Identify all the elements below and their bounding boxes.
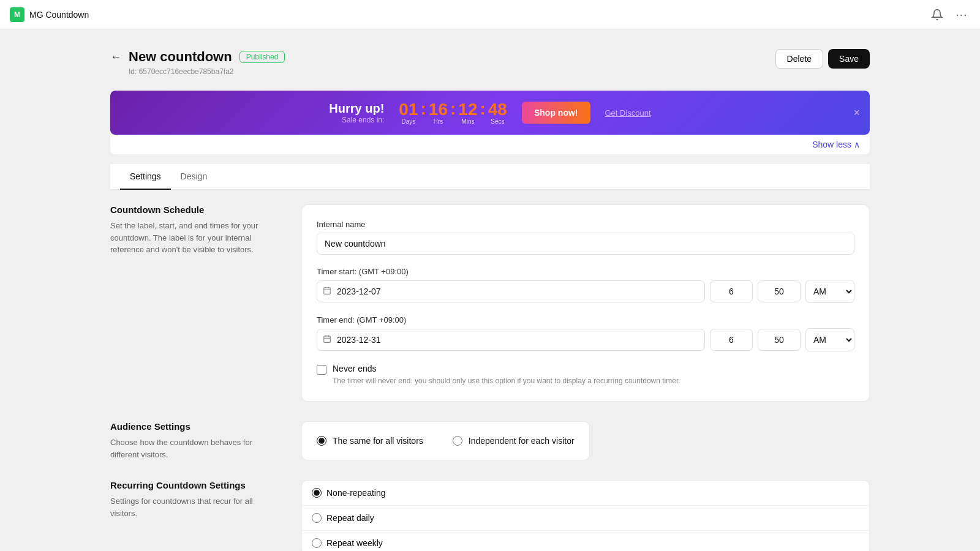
back-button[interactable]: ←: [110, 51, 121, 62]
topbar-left: M MG Countdown: [10, 7, 89, 22]
countdown-days: 01 Days: [399, 101, 418, 125]
timer-end-min-input[interactable]: [758, 329, 801, 351]
shop-now-button[interactable]: Shop now!: [522, 102, 590, 124]
timer-start-hour-input[interactable]: [710, 280, 753, 302]
preview-wrapper: Hurry up! Sale ends in: 01 Days : 16 Hrs…: [110, 91, 870, 135]
sep2: :: [449, 100, 457, 118]
recurring-none-row[interactable]: None-repeating: [302, 481, 869, 505]
show-less-button[interactable]: Show less ∧: [812, 140, 860, 149]
header-buttons: Delete Save: [775, 49, 870, 69]
countdown-secs: 48 Secs: [488, 101, 507, 125]
audience-independent-radio[interactable]: [453, 436, 462, 446]
svg-rect-1: [324, 288, 331, 294]
recurring-daily-row[interactable]: Repeat daily: [302, 505, 869, 530]
banner-content: Hurry up! Sale ends in: 01 Days : 16 Hrs…: [329, 100, 650, 125]
timer-start-group: Timer start: (GMT +09:00) AM PM: [317, 267, 854, 303]
never-ends-checkbox[interactable]: [317, 365, 326, 375]
page-title-row: ← New countdown Published: [110, 49, 285, 65]
more-icon[interactable]: ···: [953, 6, 970, 23]
timer-start-ampm-select[interactable]: AM PM: [805, 280, 854, 303]
internal-name-label: Internal name: [317, 220, 854, 229]
tabs-row: Settings Design: [110, 164, 870, 190]
calendar-icon-end: [323, 335, 331, 345]
banner-text-left: Hurry up! Sale ends in:: [329, 102, 384, 124]
page-header-left: ← New countdown Published Id: 6570ecc716…: [110, 49, 285, 76]
recurring-daily-radio[interactable]: [312, 513, 322, 523]
tab-design[interactable]: Design: [171, 164, 217, 190]
secs-value: 48: [488, 101, 507, 118]
app-icon-letter: M: [14, 10, 20, 19]
countdown-mins: 12 Mins: [458, 101, 477, 125]
bell-icon[interactable]: [929, 6, 946, 23]
timer-end-date-wrap: [317, 329, 705, 351]
countdown-schedule-desc: Set the label, start, and end times for …: [110, 220, 282, 256]
delete-button[interactable]: Delete: [775, 49, 823, 69]
countdown-display: 01 Days : 16 Hrs : 12 Mins : 48: [399, 100, 507, 125]
audience-settings-section: Audience Settings Choose how the countdo…: [110, 421, 870, 460]
timer-end-ampm-select[interactable]: AM PM: [805, 328, 854, 351]
page-title: New countdown: [129, 49, 232, 65]
timer-end-date-input[interactable]: [317, 329, 705, 351]
topbar-right: ···: [929, 6, 970, 23]
calendar-icon-start: [323, 287, 331, 297]
days-value: 01: [399, 101, 418, 118]
audience-all-label[interactable]: The same for all visitors: [333, 436, 423, 446]
sale-ends-text: Sale ends in:: [329, 116, 384, 124]
internal-name-input[interactable]: [317, 233, 854, 255]
recurring-daily-label[interactable]: Repeat daily: [326, 513, 374, 523]
close-banner-icon[interactable]: ×: [853, 107, 860, 119]
app-icon: M: [10, 7, 24, 22]
audience-all-radio[interactable]: [317, 436, 326, 446]
audience-settings-content: Audience Settings Choose how the countdo…: [110, 421, 870, 460]
mins-value: 12: [458, 101, 477, 118]
timer-end-group: Timer end: (GMT +09:00) AM PM: [317, 315, 854, 351]
mins-label: Mins: [458, 118, 477, 125]
recurring-settings-content: Recurring Countdown Settings Settings fo…: [110, 480, 870, 551]
recurring-settings-section: Recurring Countdown Settings Settings fo…: [110, 480, 870, 551]
audience-independent-label[interactable]: Independent for each visitor: [469, 436, 575, 446]
days-label: Days: [399, 118, 418, 125]
audience-independent-row[interactable]: Independent for each visitor: [453, 436, 575, 446]
hurry-up-text: Hurry up!: [329, 102, 384, 116]
audience-all-row[interactable]: The same for all visitors: [317, 436, 423, 446]
svg-rect-5: [324, 336, 331, 343]
never-ends-text: Never ends The timer will never end. you…: [333, 364, 680, 386]
never-ends-desc: The timer will never end. you should onl…: [333, 375, 680, 386]
countdown-schedule-card: Internal name Timer start: (GMT +09:00): [301, 204, 870, 402]
show-less-label: Show less: [812, 140, 851, 149]
tab-settings[interactable]: Settings: [120, 164, 171, 190]
recurring-weekly-radio[interactable]: [312, 538, 322, 548]
recurring-settings-left: Recurring Countdown Settings Settings fo…: [110, 480, 282, 551]
timer-end-hour-input[interactable]: [710, 329, 753, 351]
timer-start-date-wrap: [317, 280, 705, 302]
internal-name-group: Internal name: [317, 220, 854, 255]
main-content: ← New countdown Published Id: 6570ecc716…: [61, 29, 919, 551]
recurring-settings-desc: Settings for countdowns that recur for a…: [110, 495, 282, 519]
published-badge: Published: [239, 51, 285, 63]
timer-start-label: Timer start: (GMT +09:00): [317, 267, 854, 276]
timer-start-min-input[interactable]: [758, 280, 801, 302]
secs-label: Secs: [488, 118, 507, 125]
sep3: :: [478, 100, 486, 118]
never-ends-label[interactable]: Never ends: [333, 364, 377, 373]
recurring-none-radio[interactable]: [312, 488, 322, 498]
hrs-label: Hrs: [429, 118, 448, 125]
app-name: MG Countdown: [29, 10, 89, 20]
chevron-up-icon: ∧: [854, 140, 860, 149]
page-id: Id: 6570ecc716eecbe785ba7fa2: [110, 67, 285, 76]
recurring-none-label[interactable]: None-repeating: [326, 488, 386, 498]
sep1: :: [420, 100, 428, 118]
recurring-settings-card: None-repeating Repeat daily Repeat weekl…: [301, 480, 870, 551]
countdown-hrs: 16 Hrs: [429, 101, 448, 125]
preview-banner: Hurry up! Sale ends in: 01 Days : 16 Hrs…: [110, 91, 870, 135]
recurring-weekly-row[interactable]: Repeat weekly: [302, 530, 869, 551]
countdown-schedule-section: Countdown Schedule Set the label, start,…: [110, 204, 870, 402]
get-discount-link[interactable]: Get Discount: [605, 108, 651, 118]
save-button[interactable]: Save: [828, 49, 870, 69]
recurring-settings-title: Recurring Countdown Settings: [110, 480, 282, 490]
recurring-weekly-label[interactable]: Repeat weekly: [326, 538, 383, 548]
timer-start-date-input[interactable]: [317, 280, 705, 302]
audience-settings-card: The same for all visitors Independent fo…: [301, 421, 590, 460]
audience-settings-title: Audience Settings: [110, 421, 282, 432]
never-ends-row: Never ends The timer will never end. you…: [317, 364, 854, 386]
